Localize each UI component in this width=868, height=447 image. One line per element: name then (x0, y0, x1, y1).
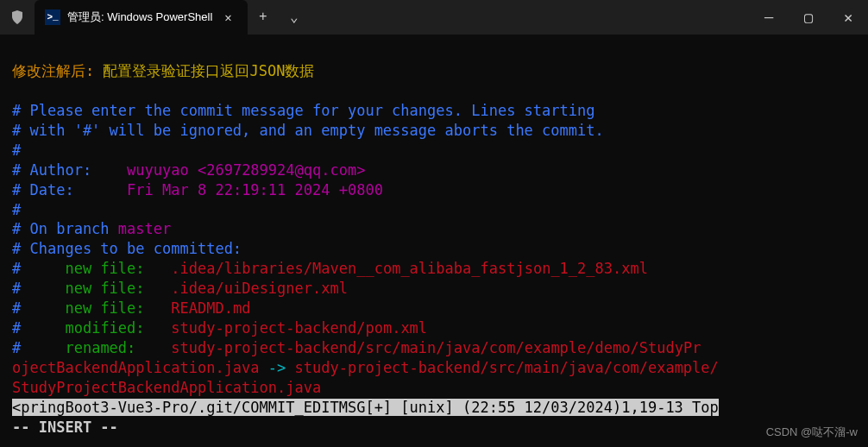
branch-label: # On branch (12, 220, 110, 237)
titlebar: >_ 管理员: Windows PowerShell ✕ + ⌄ — ▢ ✕ (0, 0, 868, 35)
tab-title: 管理员: Windows PowerShell (67, 9, 212, 25)
shield-icon (0, 10, 35, 24)
comment-hash: # (12, 299, 21, 317)
new-tab-button[interactable]: + (248, 0, 279, 35)
commit-message: 配置登录验证接口返回JSON数据 (103, 62, 314, 79)
minimize-button[interactable]: — (749, 0, 789, 35)
comment-hash: # (12, 201, 21, 218)
close-tab-button[interactable]: ✕ (219, 9, 236, 27)
author-value: wuyuyao <2697289924@qq.com> (127, 161, 365, 179)
file-path: .idea/libraries/Maven__com_alibaba_fastj… (171, 260, 648, 277)
date-label: # Date: (12, 181, 74, 198)
date-value: Fri Mar 8 22:19:11 2024 +0800 (127, 181, 383, 198)
window-close-button[interactable]: ✕ (828, 0, 868, 35)
comment-line: # with '#' will be ignored, and an empty… (12, 122, 604, 139)
file-path: StudyProjectBackendApplication.java (12, 379, 321, 396)
commit-label: 修改注解后: (12, 62, 103, 79)
comment-hash: # (12, 260, 21, 277)
comment-hash: # (12, 280, 21, 297)
status-label: renamed: (65, 339, 135, 356)
maximize-button[interactable]: ▢ (789, 0, 828, 35)
author-label: # Author: (12, 161, 91, 179)
vim-statusline: <pringBoot3-Vue3-Pro/.git/COMMIT_EDITMSG… (12, 399, 719, 416)
watermark: CSDN @哒不溜-w (766, 425, 858, 440)
file-path: .idea/uiDesigner.xml (171, 280, 348, 297)
terminal-content[interactable]: 修改注解后: 配置登录验证接口返回JSON数据 # Please enter t… (0, 35, 868, 444)
status-label: modified: (65, 319, 144, 337)
file-path: READMD.md (171, 299, 250, 317)
changes-label: # Changes to be committed: (12, 240, 242, 257)
vim-mode: -- INSERT -- (12, 419, 118, 436)
tab-powershell[interactable]: >_ 管理员: Windows PowerShell ✕ (35, 0, 248, 35)
comment-hash: # (12, 339, 21, 356)
file-path: study-project-backend/pom.xml (171, 319, 427, 337)
status-label: new file: (65, 280, 144, 297)
status-label: new file: (65, 260, 144, 277)
powershell-icon: >_ (45, 9, 60, 25)
comment-hash: # (12, 319, 21, 337)
comment-hash: # (12, 142, 21, 159)
file-path: study-project-backend/src/main/java/com/… (171, 339, 701, 356)
file-path: study-project-backend/src/main/java/com/… (295, 359, 719, 376)
rename-arrow: -> (260, 359, 295, 376)
branch-name: master (118, 220, 171, 237)
status-label: new file: (65, 299, 144, 317)
comment-line: # Please enter the commit message for yo… (12, 102, 595, 119)
file-path: ojectBackendApplication.java (12, 359, 260, 376)
tab-dropdown-button[interactable]: ⌄ (279, 0, 310, 35)
